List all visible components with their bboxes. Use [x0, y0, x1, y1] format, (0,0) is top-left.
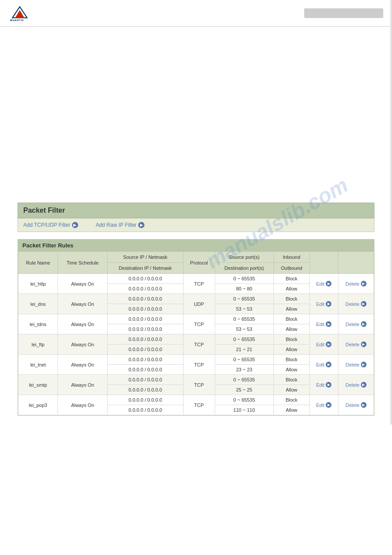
cell-edit[interactable]: Edit ▶ [309, 274, 338, 294]
cell-delete[interactable]: Delete ▶ [338, 274, 374, 294]
table-row: lei_pop3 Always On 0.0.0.0 / 0.0.0.0 TCP… [18, 395, 374, 405]
edit-button[interactable]: Edit ▶ [316, 301, 331, 307]
cell-dest-ports: 53 ~ 53 [215, 304, 273, 314]
add-raw-ip-icon: ▶ [138, 222, 144, 228]
cell-protocol: TCP [183, 355, 215, 375]
cell-dest-ip: 0.0.0.0 / 0.0.0.0 [108, 365, 183, 375]
cell-edit[interactable]: Edit ▶ [309, 355, 338, 375]
add-tcp-udp-link[interactable]: Add TCP/UDP Filter ▶ [23, 222, 78, 228]
cell-source-ports: 0 ~ 65535 [215, 294, 273, 304]
cell-protocol: TCP [183, 395, 215, 415]
edit-button[interactable]: Edit ▶ [316, 321, 331, 327]
col-source-ports: Source port(s) [215, 252, 273, 263]
add-tcp-udp-label: Add TCP/UDP Filter [23, 222, 70, 228]
cell-rule-name: lei_http [18, 274, 58, 294]
cell-dest-ip: 0.0.0.0 / 0.0.0.0 [108, 324, 183, 334]
cell-inbound: Block [273, 375, 309, 385]
delete-button[interactable]: Delete ▶ [345, 341, 367, 347]
cell-time-schedule: Always On [58, 395, 108, 415]
edit-button[interactable]: Edit ▶ [316, 341, 331, 347]
cell-time-schedule: Always On [58, 314, 108, 334]
add-raw-ip-label: Add Raw IP Filter [96, 222, 137, 228]
col-rule-name: Rule Name [18, 252, 58, 274]
cell-delete[interactable]: Delete ▶ [338, 395, 374, 415]
cell-outbound: Allow [273, 405, 309, 415]
logo-area: TLANTIS A LAND [9, 4, 31, 22]
col-delete-header [338, 252, 374, 274]
edit-icon: ▶ [326, 281, 331, 287]
cell-source-ip: 0.0.0.0 / 0.0.0.0 [108, 395, 183, 405]
cell-time-schedule: Always On [58, 294, 108, 314]
cell-time-schedule: Always On [58, 355, 108, 375]
scrollbar[interactable] [390, 0, 392, 424]
cell-inbound: Block [273, 334, 309, 345]
cell-time-schedule: Always On [58, 274, 108, 294]
delete-button[interactable]: Delete ▶ [345, 321, 367, 327]
delete-button[interactable]: Delete ▶ [345, 301, 367, 307]
cell-rule-name: lei_smtp [18, 375, 58, 395]
cell-edit[interactable]: Edit ▶ [309, 314, 338, 334]
delete-button[interactable]: Delete ▶ [345, 281, 367, 287]
cell-dest-ip: 0.0.0.0 / 0.0.0.0 [108, 284, 183, 294]
edit-icon: ▶ [326, 362, 331, 367]
edit-button[interactable]: Edit ▶ [316, 281, 331, 287]
cell-dest-ip: 0.0.0.0 / 0.0.0.0 [108, 405, 183, 415]
edit-button[interactable]: Edit ▶ [316, 382, 331, 388]
cell-edit[interactable]: Edit ▶ [309, 294, 338, 314]
cell-dest-ports: 21 ~ 21 [215, 345, 273, 355]
cell-outbound: Allow [273, 365, 309, 375]
col-inbound: Inbound [273, 252, 309, 263]
cell-outbound: Allow [273, 385, 309, 395]
col-protocol: Protocol [183, 252, 215, 274]
cell-dest-ports: 25 ~ 25 [215, 385, 273, 395]
atlantis-logo: TLANTIS A LAND [9, 4, 31, 22]
edit-icon: ▶ [326, 382, 331, 388]
cell-edit[interactable]: Edit ▶ [309, 334, 338, 355]
cell-rule-name: lei_dns [18, 294, 58, 314]
cell-delete[interactable]: Delete ▶ [338, 375, 374, 395]
cell-rule-name: lei_tnet [18, 355, 58, 375]
col-time-schedule: Time Schedule [58, 252, 108, 274]
cell-time-schedule: Always On [58, 375, 108, 395]
cell-delete[interactable]: Delete ▶ [338, 334, 374, 355]
cell-dest-ports: 23 ~ 23 [215, 365, 273, 375]
edit-icon: ▶ [326, 301, 331, 307]
cell-delete[interactable]: Delete ▶ [338, 294, 374, 314]
cell-rule-name: lei_pop3 [18, 395, 58, 415]
cell-source-ports: 0 ~ 65535 [215, 395, 273, 405]
cell-source-ip: 0.0.0.0 / 0.0.0.0 [108, 294, 183, 304]
edit-icon: ▶ [326, 341, 331, 347]
cell-dest-ports: 110 ~ 110 [215, 405, 273, 415]
cell-edit[interactable]: Edit ▶ [309, 395, 338, 415]
cell-source-ports: 0 ~ 65535 [215, 274, 273, 284]
cell-source-ip: 0.0.0.0 / 0.0.0.0 [108, 314, 183, 324]
delete-button[interactable]: Delete ▶ [345, 362, 367, 367]
cell-outbound: Allow [273, 324, 309, 334]
cell-protocol: TCP [183, 375, 215, 395]
add-raw-ip-link[interactable]: Add Raw IP Filter ▶ [96, 222, 144, 228]
table-row: lei_http Always On 0.0.0.0 / 0.0.0.0 TCP… [18, 274, 374, 284]
cell-inbound: Block [273, 395, 309, 405]
cell-dest-ports: 80 ~ 80 [215, 284, 273, 294]
cell-protocol: TCP [183, 314, 215, 334]
delete-icon: ▶ [361, 301, 367, 307]
cell-source-ports: 0 ~ 65535 [215, 334, 273, 345]
edit-button[interactable]: Edit ▶ [316, 362, 331, 367]
cell-dest-ip: 0.0.0.0 / 0.0.0.0 [108, 385, 183, 395]
col-outbound: Outbound [273, 263, 309, 274]
cell-source-ip: 0.0.0.0 / 0.0.0.0 [108, 334, 183, 345]
cell-source-ip: 0.0.0.0 / 0.0.0.0 [108, 274, 183, 284]
cell-delete[interactable]: Delete ▶ [338, 355, 374, 375]
add-tcp-udp-icon: ▶ [72, 222, 78, 228]
cell-source-ip: 0.0.0.0 / 0.0.0.0 [108, 355, 183, 365]
delete-button[interactable]: Delete ▶ [345, 402, 367, 408]
table-row: lei_tdns Always On 0.0.0.0 / 0.0.0.0 TCP… [18, 314, 374, 324]
cell-protocol: TCP [183, 274, 215, 294]
cell-edit[interactable]: Edit ▶ [309, 375, 338, 395]
cell-delete[interactable]: Delete ▶ [338, 314, 374, 334]
section-title: Packet Filter [18, 203, 374, 218]
delete-button[interactable]: Delete ▶ [345, 382, 367, 388]
content-area: Packet Filter Add TCP/UDP Filter ▶ Add R… [0, 194, 392, 424]
edit-button[interactable]: Edit ▶ [316, 402, 331, 408]
cell-inbound: Block [273, 314, 309, 324]
